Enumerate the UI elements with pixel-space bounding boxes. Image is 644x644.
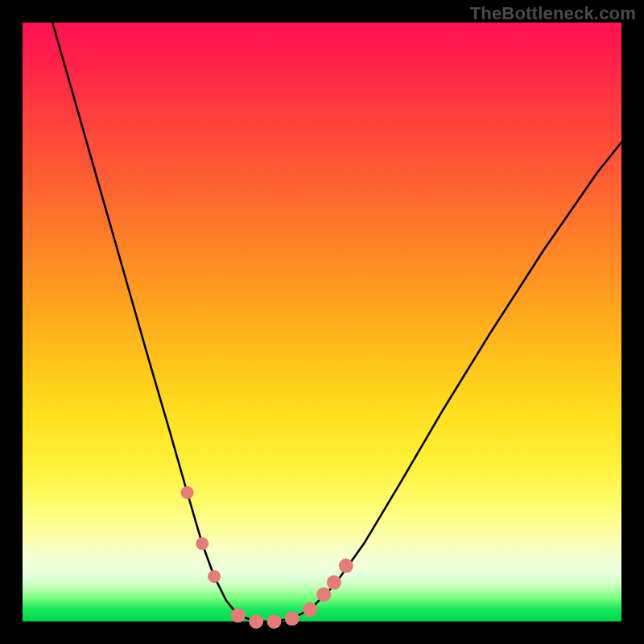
trough-2 [249, 614, 263, 629]
right-dot-1 [303, 602, 317, 617]
left-dot-3 [208, 570, 221, 583]
right-dot-3 [327, 576, 341, 590]
trough-3 [267, 614, 282, 629]
plot-area [23, 23, 621, 621]
right-dot-2 [316, 588, 331, 602]
right-dot-4 [339, 559, 353, 573]
trough-1 [231, 609, 246, 623]
curve-layer [23, 23, 621, 621]
chart-frame: TheBottleneck.com [0, 0, 644, 644]
trough-4 [285, 611, 299, 625]
watermark-text: TheBottleneck.com [470, 3, 636, 24]
left-dot-1 [181, 486, 194, 499]
left-dot-2 [196, 537, 208, 550]
bottleneck-curve [52, 23, 621, 621]
